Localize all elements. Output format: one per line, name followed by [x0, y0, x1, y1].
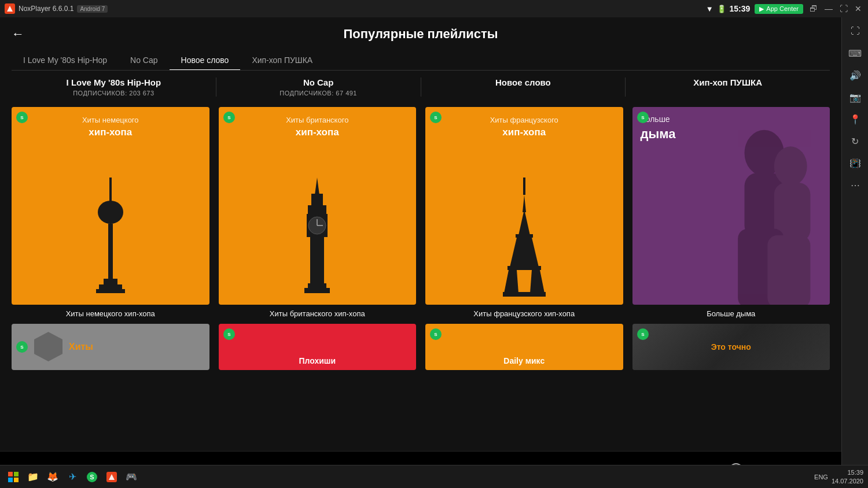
svg-rect-28	[507, 266, 541, 270]
window-minimize-icon[interactable]: —	[823, 4, 834, 13]
svg-rect-23	[523, 178, 525, 195]
card-bottom-1[interactable]: S Хиты	[12, 324, 209, 370]
svg-text:S: S	[227, 332, 231, 337]
sidebar-location-icon[interactable]: 📍	[846, 110, 865, 128]
nox-logo	[5, 3, 15, 14]
tab-80s-hiphop[interactable]: I Love My '80s Hip-Hop	[12, 51, 119, 71]
playlist-info-row: I Love My '80s Hip-Hop ПОДПИСЧИКОВ: 203 …	[0, 71, 841, 101]
sidebar-volume-icon[interactable]: 🔊	[846, 66, 865, 84]
spotify-dot-b2: S	[223, 328, 235, 340]
art-text-french: Хиты французского хип-хопа	[425, 115, 623, 139]
art-text-british: Хиты британского хип-хопа	[219, 115, 417, 139]
partial-text-1: Хиты	[69, 342, 93, 352]
window-close-icon[interactable]: ✕	[853, 4, 863, 13]
card-british-hiphop[interactable]: S Хиты британского хип-хопа	[219, 107, 417, 318]
taskbar-telegram[interactable]: ✈	[64, 468, 81, 486]
start-button[interactable]	[5, 468, 22, 486]
back-button[interactable]: ←	[12, 27, 24, 42]
card-french-hiphop[interactable]: S Хиты французского хип-хопа	[425, 107, 623, 318]
sidebar-more-icon[interactable]: ⋯	[846, 176, 865, 194]
sidebar-rotate-icon[interactable]: ↻	[846, 132, 865, 150]
svg-rect-19	[308, 283, 326, 288]
sidebar-fullscreen-icon[interactable]: ⛶	[846, 22, 865, 40]
svg-rect-54	[14, 478, 19, 482]
card-image-german: S Хиты немецкого хип-хопа	[12, 107, 209, 305]
svg-point-4	[98, 201, 123, 224]
card-image-british: S Хиты британского хип-хопа	[219, 107, 417, 305]
svg-rect-7	[99, 284, 122, 289]
svg-rect-39	[767, 235, 810, 305]
playlist-info-80s[interactable]: I Love My '80s Hip-Hop ПОДПИСЧИКОВ: 203 …	[12, 77, 216, 97]
playlist-subs-80s: ПОДПИСЧИКОВ: 203 673	[17, 90, 210, 97]
playlist-info-pushka[interactable]: Хип-хоп ПУШКА	[626, 77, 830, 97]
svg-text:S: S	[434, 332, 437, 337]
svg-rect-18	[310, 237, 324, 283]
window-controls[interactable]: 🗗 — ⛶ ✕	[808, 4, 863, 13]
card-image-french: S Хиты французского хип-хопа	[425, 107, 623, 305]
sidebar-keyboard-icon[interactable]: ⌨	[846, 44, 865, 62]
card-label-british: Хиты британского хип-хопа	[219, 309, 417, 318]
partial-img-4: S Это точно	[632, 324, 830, 370]
taskbar-file-explorer[interactable]: 📁	[24, 468, 42, 486]
card-bottom-3[interactable]: S Daily микс	[425, 324, 623, 370]
playlist-grid-area: S Хиты немецкого хип-хопа	[0, 101, 841, 451]
berlin-tower-svg	[87, 178, 134, 305]
sidebar-screenshot-icon[interactable]: 📷	[846, 88, 865, 106]
partial-img-1: S Хиты	[12, 324, 209, 370]
tab-new-word[interactable]: Новое слово	[170, 51, 241, 71]
window-maximize-icon[interactable]: ⛶	[838, 4, 849, 13]
card-bottom-4[interactable]: S Это точно	[632, 324, 830, 370]
taskbar-firefox[interactable]: 🦊	[44, 468, 61, 486]
spotify-dot-british: S	[223, 112, 235, 123]
spotify-logo-german: S	[19, 114, 25, 120]
svg-text:S: S	[434, 115, 437, 120]
svg-marker-30	[530, 270, 545, 293]
playlist-name-80s: I Love My '80s Hip-Hop	[17, 77, 210, 87]
wifi-icon: ▼	[706, 5, 713, 13]
card-bottom-2[interactable]: S Плохиши	[219, 324, 417, 370]
playlist-info-newword[interactable]: Новое слово	[421, 77, 626, 97]
svg-rect-31	[503, 292, 546, 297]
card-more-smoke[interactable]: S Больше дыма	[632, 107, 830, 318]
spotify-dot-smoke: S	[637, 112, 649, 123]
partial-text-2: Плохиши	[219, 356, 417, 365]
window-restore-icon[interactable]: 🗗	[808, 4, 819, 13]
app-center-button[interactable]: ▶ App Center	[755, 4, 803, 14]
title-bar-left: NoxPlayer 6.6.0.1 Android 7	[5, 3, 108, 14]
svg-rect-6	[104, 279, 117, 284]
title-bar: NoxPlayer 6.6.0.1 Android 7 ▼ 🔋 15:39 ▶ …	[0, 0, 868, 17]
taskbar-noxplayer[interactable]	[103, 468, 120, 486]
spotify-logo-french: S	[433, 114, 439, 120]
playlist-subs-nocap: ПОДПИСЧИКОВ: 67 491	[222, 90, 415, 97]
sidebar-shake-icon[interactable]: 📳	[846, 154, 865, 172]
bigben-svg	[294, 178, 340, 305]
spotify-dot-b4: S	[637, 328, 649, 340]
svg-rect-53	[8, 478, 13, 482]
system-info: ▼ 🔋 15:39	[706, 4, 751, 13]
svg-text:S: S	[90, 474, 94, 480]
svg-rect-51	[8, 472, 13, 476]
windows-taskbar: 📁 🦊 ✈ S 🎮 ENG 15:39 14.07.2020	[0, 465, 868, 488]
spotify-dot-b3: S	[430, 328, 442, 340]
tab-no-cap[interactable]: No Cap	[119, 51, 169, 71]
tab-hiphop-pushka[interactable]: Хип-хоп ПУШКА	[240, 51, 324, 71]
svg-rect-20	[304, 288, 330, 293]
svg-text:S: S	[20, 345, 24, 350]
playlist-name-newword: Новое слово	[427, 77, 620, 87]
svg-marker-0	[7, 6, 13, 12]
svg-text:S: S	[641, 332, 645, 337]
taskbar-right: ENG 15:39 14.07.2020	[814, 468, 863, 485]
card-german-hiphop[interactable]: S Хиты немецкого хип-хопа	[12, 107, 209, 318]
spotify-dot-french: S	[430, 112, 442, 123]
taskbar-games[interactable]: 🎮	[123, 468, 140, 486]
taskbar-left: 📁 🦊 ✈ S 🎮	[5, 468, 140, 486]
card-label-french: Хиты французского хип-хопа	[425, 309, 623, 318]
svg-marker-11	[315, 178, 319, 195]
partial-img-2: S Плохиши	[219, 324, 417, 370]
spotify-dot-german: S	[16, 112, 28, 123]
playlist-info-nocap[interactable]: No Cap ПОДПИСЧИКОВ: 67 491	[216, 77, 421, 97]
page-title: Популярные плейлисты	[343, 27, 498, 42]
taskbar-spotify[interactable]: S	[83, 468, 101, 486]
nox-app-name: NoxPlayer 6.6.0.1	[19, 5, 73, 13]
tabs-bar: I Love My '80s Hip-Hop No Cap Новое слов…	[12, 51, 830, 71]
